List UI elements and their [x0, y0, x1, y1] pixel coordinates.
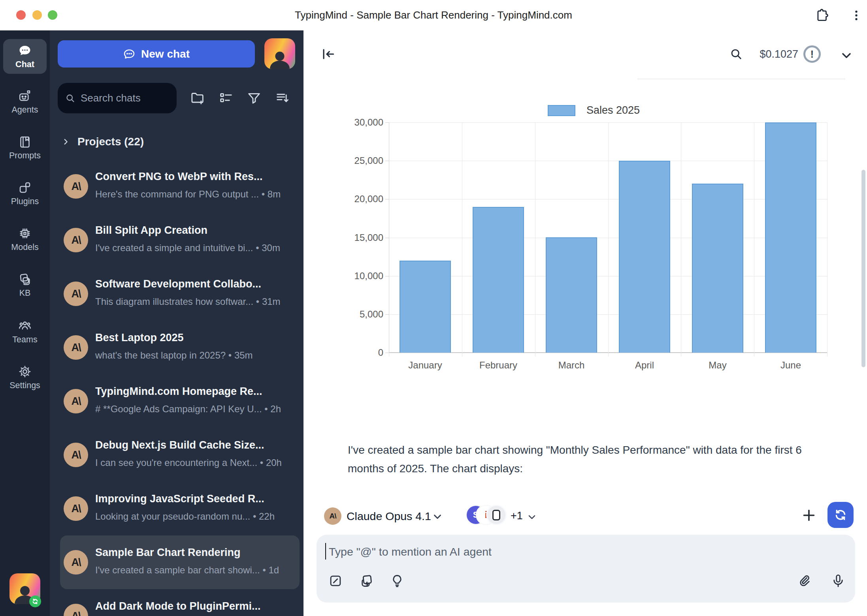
y-axis-tick: [385, 122, 389, 123]
canvas-edit-icon[interactable]: [328, 573, 343, 588]
credit-balance[interactable]: $0.1027: [751, 48, 798, 60]
text-cursor: [325, 543, 326, 560]
x-axis-tick: [389, 353, 389, 357]
chat-bubble-icon: [123, 48, 136, 60]
x-axis-tick: [754, 353, 754, 357]
sidebar-item-chat[interactable]: Chat: [3, 39, 47, 74]
sidebar-item-label: Models: [11, 242, 38, 252]
extensions-icon[interactable]: [815, 8, 830, 23]
x-axis-label: April: [611, 360, 678, 371]
chat-item-title: Best Laptop 2025: [95, 332, 295, 344]
chat-list-item[interactable]: A\ Best Laptop 2025 what's the best lapt…: [60, 321, 300, 374]
y-axis-label: 10,000: [342, 270, 383, 282]
chat-item-preview: I've created a simple and intuitive bi..…: [95, 242, 295, 254]
new-chat-button[interactable]: New chat: [58, 40, 255, 68]
copy-pages-icon[interactable]: [359, 573, 374, 588]
sidebar-item-teams[interactable]: Teams: [3, 314, 47, 349]
sidebar-item-label: Agents: [12, 105, 38, 115]
x-axis-tick: [827, 353, 827, 357]
bar-april: [619, 161, 670, 353]
chevron-down-icon[interactable]: [839, 48, 854, 62]
chat-item-avatar: A\: [64, 496, 88, 521]
search-conversation-icon[interactable]: [729, 47, 743, 61]
y-axis-label: 0: [342, 347, 383, 358]
chat-item-avatar: A\: [64, 389, 88, 413]
chat-item-preview: # **Google Ads Campaign: API Key U... • …: [95, 404, 295, 415]
new-folder-icon[interactable]: [190, 90, 205, 106]
chat-item-preview: This diagram illustrates how softwar... …: [95, 296, 295, 307]
window-title: TypingMind - Sample Bar Chart Rendering …: [0, 9, 867, 21]
plugin-avatar-3[interactable]: [486, 505, 507, 525]
filter-icon[interactable]: [246, 90, 262, 106]
y-axis-label: 15,000: [342, 232, 383, 243]
sidebar-item-agents[interactable]: Agents: [3, 85, 47, 119]
people-icon: [18, 319, 32, 333]
y-axis-label: 20,000: [342, 193, 383, 205]
sidebar-item-prompts[interactable]: Prompts: [3, 130, 47, 165]
chat-bubble-icon: [18, 43, 32, 58]
regenerate-button[interactable]: [827, 502, 854, 528]
account-avatar[interactable]: [264, 38, 295, 69]
projects-section-header[interactable]: Projects (22): [61, 135, 144, 148]
chat-item-title: TypingMind.com Homepage Re...: [95, 385, 295, 398]
sidebar-item-models[interactable]: Models: [3, 222, 47, 257]
chat-item-preview: what's the best laptop in 2025? • 35m: [95, 350, 295, 361]
gear-icon: [18, 364, 32, 379]
gridline-vertical: [754, 122, 754, 353]
y-axis-label: 25,000: [342, 155, 383, 166]
stacked-pages-icon: [18, 272, 32, 286]
search-chats-input[interactable]: [81, 92, 168, 104]
plugin-glyph: [492, 510, 500, 520]
chat-item-avatar: A\: [64, 228, 88, 252]
chat-list-item[interactable]: A\ TypingMind.com Homepage Re... # **Goo…: [60, 374, 300, 428]
chat-list-panel: New chat Projects (22) A\ Convert PNG to…: [50, 30, 303, 616]
chat-list-item[interactable]: A\ Convert PNG to WebP with Res... Here'…: [60, 160, 300, 213]
window-titlebar: TypingMind - Sample Bar Chart Rendering …: [0, 0, 867, 30]
balance-warning-icon[interactable]: !: [803, 45, 821, 63]
chip-icon: [18, 226, 32, 240]
microphone-icon[interactable]: [831, 573, 846, 588]
x-axis-label: February: [465, 360, 532, 371]
x-axis-tick: [462, 353, 462, 357]
x-axis-tick: [681, 353, 681, 357]
x-axis-label: March: [538, 360, 605, 371]
model-chevron-down-icon[interactable]: [432, 511, 443, 522]
sort-icon[interactable]: [275, 90, 290, 106]
chat-item-avatar: A\: [64, 282, 88, 306]
x-axis-tick: [608, 353, 609, 357]
sidebar-item-label: Settings: [9, 381, 40, 391]
sidebar-item-plugins[interactable]: Plugins: [3, 176, 47, 211]
chat-list-item[interactable]: A\ Software Development Collabo... This …: [60, 267, 300, 321]
plugins-more-count[interactable]: +1: [511, 510, 523, 522]
sidebar-item-settings[interactable]: Settings: [3, 360, 47, 395]
chat-item-avatar: A\: [64, 550, 88, 575]
attachment-icon[interactable]: [797, 573, 812, 588]
chat-item-title: Add Dark Mode to PluginPermi...: [95, 600, 295, 612]
app-window: TypingMind - Sample Bar Chart Rendering …: [0, 0, 867, 616]
bulk-select-icon[interactable]: [218, 90, 234, 106]
chat-list-item[interactable]: A\ Debug Next.js Build Cache Size... I c…: [60, 428, 300, 482]
chat-list-item[interactable]: A\ Bill Split App Creation I've created …: [60, 213, 300, 267]
chat-item-title: Convert PNG to WebP with Res...: [95, 171, 295, 183]
search-chats-box[interactable]: [58, 83, 177, 113]
message-input[interactable]: [317, 535, 855, 603]
message-top-divider: [637, 79, 845, 79]
collapse-sidebar-icon[interactable]: [321, 47, 336, 62]
new-conversation-plus-icon[interactable]: [801, 507, 817, 523]
sidebar-item-kb[interactable]: KB: [3, 268, 47, 302]
chat-list-item[interactable]: A\ Add Dark Mode to PluginPermi...: [60, 589, 300, 616]
chat-list-item[interactable]: A\ Improving JavaScript Seeded R... Look…: [60, 482, 300, 535]
sync-status-badge: [29, 595, 41, 607]
projects-header-label: Projects (22): [77, 135, 144, 148]
chat-item-preview: I've created a sample bar chart showi...…: [95, 565, 295, 576]
robot-icon: [18, 89, 32, 103]
plugins-chevron-down-icon[interactable]: [526, 511, 537, 522]
model-selector[interactable]: Claude Opus 4.1: [347, 510, 431, 523]
x-axis-label: May: [684, 360, 751, 371]
x-axis-label: January: [392, 360, 459, 371]
gridline-vertical: [608, 122, 609, 353]
browser-menu-icon[interactable]: [849, 8, 864, 23]
lightbulb-icon[interactable]: [390, 573, 405, 588]
chat-list-item[interactable]: A\ Sample Bar Chart Rendering I've creat…: [60, 535, 300, 589]
scrollbar-thumb[interactable]: [861, 170, 865, 367]
